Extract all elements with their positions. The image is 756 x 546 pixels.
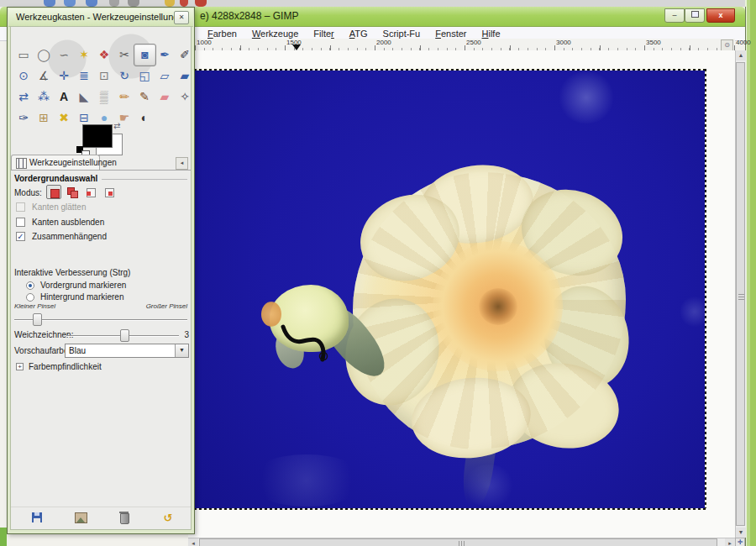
- mode-add-icon: [71, 191, 78, 198]
- toolbox-footer: ↺: [11, 507, 191, 528]
- dodge-burn-icon: ◐: [141, 111, 148, 124]
- tool-move[interactable]: ✛: [55, 66, 73, 85]
- reset-options-button[interactable]: ↺: [159, 510, 177, 525]
- clone-icon: ⊞: [39, 111, 49, 124]
- minimize-button[interactable]: –: [664, 8, 685, 23]
- mode-subtract-button[interactable]: [83, 185, 98, 199]
- maximize-button[interactable]: [685, 8, 705, 23]
- foreground-select-stroke-overlay: [189, 70, 706, 508]
- radio-circle[interactable]: [26, 293, 34, 302]
- tool-color-picker[interactable]: ✐: [176, 45, 194, 64]
- checkbox-box[interactable]: ✓: [16, 232, 25, 241]
- smudge-icon: ☛: [119, 111, 130, 124]
- image-window-title: e) 4288x2848 – GIMP: [200, 10, 298, 22]
- background-icon: [180, 0, 188, 7]
- vertical-scroll-thumb[interactable]: [736, 62, 745, 526]
- canvas-navigation-button[interactable]: ✛: [735, 538, 745, 546]
- mode-add-button[interactable]: [65, 185, 80, 199]
- smoothing-slider-handle[interactable]: [120, 329, 129, 342]
- move-icon: ✛: [59, 69, 69, 82]
- close-button[interactable]: x: [706, 8, 735, 23]
- thumb-grip: [738, 294, 744, 300]
- paths-icon: ✒: [160, 48, 170, 61]
- mode-intersect-button[interactable]: [102, 185, 117, 199]
- canvas-area[interactable]: [188, 50, 735, 538]
- reset-icon: ↺: [164, 512, 173, 524]
- tool-paintbrush[interactable]: ✎: [135, 87, 154, 106]
- toolbox-titlebar[interactable]: Werkzeugkasten - Werkzeugeinstellungen ✕: [8, 8, 193, 27]
- tool-foreground-select[interactable]: ◙: [134, 44, 156, 66]
- radio-label: Hintergrund markieren: [40, 292, 124, 302]
- tool-paths[interactable]: ✒: [155, 45, 174, 64]
- image-flower-on-blue[interactable]: [189, 70, 706, 508]
- tool-perspective[interactable]: ▰: [176, 66, 194, 85]
- toolbox-close-button[interactable]: ✕: [174, 11, 189, 24]
- tool-crop[interactable]: ⊡: [95, 66, 113, 85]
- preview-color-dropdown[interactable]: Blau ▼: [65, 344, 189, 358]
- tool-gradient[interactable]: ▒: [95, 87, 113, 106]
- vertical-scrollbar[interactable]: ▲ ▼: [735, 50, 746, 538]
- tool-airbrush[interactable]: ✧: [176, 87, 194, 106]
- scissors-select-icon: ✂: [119, 48, 129, 61]
- horizontal-scrollbar[interactable]: ◂ ▸: [188, 538, 735, 546]
- tool-clone[interactable]: ⊞: [34, 108, 53, 127]
- radio-label: Vordergrund markieren: [40, 281, 126, 290]
- perspective-clone-icon: ⊟: [79, 111, 89, 124]
- select-by-color-icon: ❖: [99, 48, 110, 61]
- mode-replace-icon: [50, 189, 60, 198]
- checkbox-box[interactable]: [16, 218, 25, 227]
- ruler-corner-button[interactable]: ⊙: [721, 39, 733, 51]
- tool-dodge-burn[interactable]: ◐: [135, 108, 154, 127]
- tab-label: Werkzeugeinstellungen: [29, 158, 117, 167]
- tool-ellipse-select[interactable]: ◯: [34, 45, 53, 64]
- delete-options-button[interactable]: [115, 510, 134, 525]
- scroll-right-button[interactable]: ▸: [725, 538, 735, 546]
- tool-eraser[interactable]: ▰: [155, 87, 174, 106]
- tool-scale[interactable]: ◱: [135, 66, 154, 85]
- selection-ants-top: [189, 69, 706, 71]
- radio-circle[interactable]: [26, 281, 34, 290]
- tool-fuzzy-select[interactable]: ✶: [75, 45, 93, 64]
- tool-zoom[interactable]: ⊙: [14, 66, 33, 85]
- tab-tool-options[interactable]: Werkzeugeinstellungen: [11, 155, 100, 171]
- tool-rectangle-select[interactable]: ▭: [14, 45, 33, 64]
- tool-measure[interactable]: ∡: [34, 66, 53, 85]
- brush-size-slider-handle[interactable]: [33, 313, 42, 326]
- tool-bucket-fill[interactable]: ◣: [75, 87, 93, 106]
- tool-shear[interactable]: ▱: [155, 66, 174, 85]
- trash-icon: [120, 513, 129, 524]
- tool-flip[interactable]: ⇄: [14, 87, 33, 106]
- scroll-up-button[interactable]: ▲: [736, 50, 746, 60]
- checkbox-box[interactable]: [16, 202, 25, 212]
- tool-align[interactable]: ≣: [75, 66, 93, 85]
- tool-cage-transform[interactable]: ⁂: [34, 87, 53, 106]
- tool-ink[interactable]: ✑: [14, 108, 33, 127]
- tool-text[interactable]: A: [55, 87, 73, 106]
- tool-heal[interactable]: ✖: [55, 108, 73, 127]
- checkbox-label: Kanten glätten: [32, 202, 87, 212]
- tool-scissors-select[interactable]: ✂: [115, 45, 134, 64]
- tool-pencil[interactable]: ✏: [115, 87, 134, 106]
- mode-label: Modus:: [14, 188, 42, 197]
- tool-free-select[interactable]: ∽: [55, 45, 73, 64]
- save-options-button[interactable]: [28, 510, 46, 525]
- airbrush-icon: ✧: [180, 90, 190, 103]
- scroll-down-button[interactable]: ▼: [736, 528, 746, 538]
- ruler-label: 1000: [197, 39, 212, 46]
- free-select-icon: ∽: [59, 48, 69, 61]
- restore-options-button[interactable]: [71, 510, 90, 525]
- scroll-left-button[interactable]: ◂: [188, 538, 198, 546]
- tool-options-icon: [16, 158, 27, 169]
- horizontal-scroll-thumb[interactable]: [199, 538, 717, 546]
- tool-rotate[interactable]: ↻: [115, 66, 134, 85]
- swap-colors-icon[interactable]: ⇄: [113, 121, 120, 130]
- mode-intersect-icon: [108, 192, 113, 196]
- foreground-color-swatch[interactable]: [82, 124, 113, 148]
- scale-icon: ◱: [139, 69, 150, 82]
- tab-menu-button[interactable]: ◂: [176, 157, 188, 170]
- tool-select-by-color[interactable]: ❖: [95, 45, 113, 64]
- background-icon: [64, 0, 76, 7]
- mode-replace-button[interactable]: [46, 185, 61, 199]
- background-icon: [44, 0, 55, 7]
- text-icon: A: [60, 90, 68, 103]
